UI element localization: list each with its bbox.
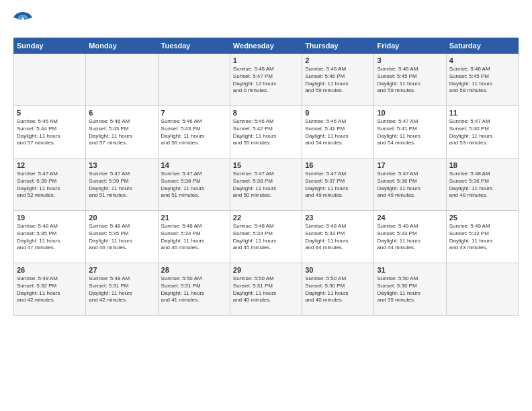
calendar-cell: 30Sunrise: 5:50 AM Sunset: 5:30 PM Dayli… xyxy=(302,263,374,316)
calendar-cell xyxy=(446,263,518,316)
day-number: 2 xyxy=(305,56,371,64)
calendar-cell xyxy=(158,54,230,106)
day-number: 21 xyxy=(161,214,227,222)
calendar-cell: 12Sunrise: 5:47 AM Sunset: 5:39 PM Dayli… xyxy=(14,158,86,211)
day-info: Sunrise: 5:46 AM Sunset: 5:47 PM Dayligh… xyxy=(233,66,299,95)
day-info: Sunrise: 5:48 AM Sunset: 5:36 PM Dayligh… xyxy=(449,171,515,199)
day-info: Sunrise: 5:46 AM Sunset: 5:43 PM Dayligh… xyxy=(161,118,227,147)
calendar-cell: 13Sunrise: 5:47 AM Sunset: 5:39 PM Dayli… xyxy=(86,158,158,211)
calendar-cell: 17Sunrise: 5:47 AM Sunset: 5:36 PM Dayli… xyxy=(374,158,446,211)
day-number: 15 xyxy=(233,161,299,169)
day-info: Sunrise: 5:46 AM Sunset: 5:46 PM Dayligh… xyxy=(305,66,371,95)
calendar-cell: 24Sunrise: 5:49 AM Sunset: 5:33 PM Dayli… xyxy=(374,211,446,263)
day-info: Sunrise: 5:48 AM Sunset: 5:33 PM Dayligh… xyxy=(305,223,371,252)
header-cell: Sunday xyxy=(14,38,86,54)
calendar-cell: 20Sunrise: 5:48 AM Sunset: 5:35 PM Dayli… xyxy=(86,211,158,263)
day-number: 27 xyxy=(89,266,154,274)
day-number: 11 xyxy=(449,109,515,117)
calendar-cell: 25Sunrise: 5:49 AM Sunset: 5:32 PM Dayli… xyxy=(446,211,518,263)
calendar-week-row: 12Sunrise: 5:47 AM Sunset: 5:39 PM Dayli… xyxy=(14,158,519,211)
calendar-cell: 11Sunrise: 5:47 AM Sunset: 5:40 PM Dayli… xyxy=(446,106,518,158)
calendar-cell: 6Sunrise: 5:46 AM Sunset: 5:43 PM Daylig… xyxy=(86,106,158,158)
day-number: 31 xyxy=(377,266,443,274)
day-info: Sunrise: 5:46 AM Sunset: 5:42 PM Dayligh… xyxy=(233,118,299,147)
day-info: Sunrise: 5:50 AM Sunset: 5:31 PM Dayligh… xyxy=(161,275,227,304)
day-number: 29 xyxy=(233,266,299,274)
day-info: Sunrise: 5:48 AM Sunset: 5:35 PM Dayligh… xyxy=(17,223,83,252)
day-number: 16 xyxy=(305,161,371,169)
day-number: 7 xyxy=(161,109,227,117)
day-number: 23 xyxy=(305,214,371,222)
day-info: Sunrise: 5:47 AM Sunset: 5:39 PM Dayligh… xyxy=(89,171,154,199)
day-number: 18 xyxy=(449,161,515,169)
day-number: 30 xyxy=(305,266,371,274)
day-info: Sunrise: 5:48 AM Sunset: 5:34 PM Dayligh… xyxy=(161,223,227,252)
calendar-cell: 22Sunrise: 5:48 AM Sunset: 5:34 PM Dayli… xyxy=(230,211,302,263)
day-info: Sunrise: 5:47 AM Sunset: 5:36 PM Dayligh… xyxy=(377,171,443,199)
day-number: 24 xyxy=(377,214,443,222)
day-number: 19 xyxy=(17,214,83,222)
day-number: 25 xyxy=(449,214,515,222)
day-info: Sunrise: 5:49 AM Sunset: 5:31 PM Dayligh… xyxy=(89,275,154,304)
calendar-cell: 3Sunrise: 5:46 AM Sunset: 5:45 PM Daylig… xyxy=(374,54,446,106)
calendar-cell: 10Sunrise: 5:47 AM Sunset: 5:41 PM Dayli… xyxy=(374,106,446,158)
calendar-cell: 28Sunrise: 5:50 AM Sunset: 5:31 PM Dayli… xyxy=(158,263,230,316)
calendar-body: 1Sunrise: 5:46 AM Sunset: 5:47 PM Daylig… xyxy=(14,54,519,316)
logo-icon xyxy=(13,12,32,31)
day-number: 3 xyxy=(377,56,443,64)
day-info: Sunrise: 5:47 AM Sunset: 5:38 PM Dayligh… xyxy=(233,171,299,199)
header xyxy=(13,12,519,31)
header-cell: Monday xyxy=(86,38,158,54)
day-number: 1 xyxy=(233,56,299,64)
day-info: Sunrise: 5:46 AM Sunset: 5:44 PM Dayligh… xyxy=(17,118,83,147)
calendar-week-row: 5Sunrise: 5:46 AM Sunset: 5:44 PM Daylig… xyxy=(14,106,519,158)
calendar-cell: 1Sunrise: 5:46 AM Sunset: 5:47 PM Daylig… xyxy=(230,54,302,106)
day-info: Sunrise: 5:46 AM Sunset: 5:45 PM Dayligh… xyxy=(449,66,515,95)
calendar-header: SundayMondayTuesdayWednesdayThursdayFrid… xyxy=(14,38,519,54)
day-number: 13 xyxy=(89,161,154,169)
day-info: Sunrise: 5:47 AM Sunset: 5:40 PM Dayligh… xyxy=(449,118,515,147)
calendar-cell: 15Sunrise: 5:47 AM Sunset: 5:38 PM Dayli… xyxy=(230,158,302,211)
calendar-cell: 19Sunrise: 5:48 AM Sunset: 5:35 PM Dayli… xyxy=(14,211,86,263)
header-row: SundayMondayTuesdayWednesdayThursdayFrid… xyxy=(14,38,519,54)
day-number: 22 xyxy=(233,214,299,222)
calendar-cell: 26Sunrise: 5:49 AM Sunset: 5:32 PM Dayli… xyxy=(14,263,86,316)
header-cell: Tuesday xyxy=(158,38,230,54)
header-cell: Saturday xyxy=(446,38,518,54)
day-info: Sunrise: 5:46 AM Sunset: 5:43 PM Dayligh… xyxy=(89,118,154,147)
day-info: Sunrise: 5:47 AM Sunset: 5:41 PM Dayligh… xyxy=(377,118,443,147)
calendar-table: SundayMondayTuesdayWednesdayThursdayFrid… xyxy=(13,38,519,316)
day-info: Sunrise: 5:46 AM Sunset: 5:41 PM Dayligh… xyxy=(305,118,371,147)
calendar-cell: 14Sunrise: 5:47 AM Sunset: 5:38 PM Dayli… xyxy=(158,158,230,211)
day-number: 26 xyxy=(17,266,83,274)
calendar-cell: 18Sunrise: 5:48 AM Sunset: 5:36 PM Dayli… xyxy=(446,158,518,211)
day-info: Sunrise: 5:50 AM Sunset: 5:30 PM Dayligh… xyxy=(305,275,371,304)
calendar-cell: 31Sunrise: 5:50 AM Sunset: 5:30 PM Dayli… xyxy=(374,263,446,316)
calendar-cell: 2Sunrise: 5:46 AM Sunset: 5:46 PM Daylig… xyxy=(302,54,374,106)
calendar-cell: 21Sunrise: 5:48 AM Sunset: 5:34 PM Dayli… xyxy=(158,211,230,263)
day-info: Sunrise: 5:50 AM Sunset: 5:30 PM Dayligh… xyxy=(377,275,443,304)
day-number: 10 xyxy=(377,109,443,117)
day-info: Sunrise: 5:47 AM Sunset: 5:38 PM Dayligh… xyxy=(161,171,227,199)
calendar-cell xyxy=(14,54,86,106)
day-number: 12 xyxy=(17,161,83,169)
calendar-cell: 9Sunrise: 5:46 AM Sunset: 5:41 PM Daylig… xyxy=(302,106,374,158)
calendar-cell: 23Sunrise: 5:48 AM Sunset: 5:33 PM Dayli… xyxy=(302,211,374,263)
day-number: 5 xyxy=(17,109,83,117)
day-number: 20 xyxy=(89,214,154,222)
day-info: Sunrise: 5:48 AM Sunset: 5:34 PM Dayligh… xyxy=(233,223,299,252)
day-number: 6 xyxy=(89,109,154,117)
day-number: 28 xyxy=(161,266,227,274)
calendar-week-row: 26Sunrise: 5:49 AM Sunset: 5:32 PM Dayli… xyxy=(14,263,519,316)
day-info: Sunrise: 5:49 AM Sunset: 5:33 PM Dayligh… xyxy=(377,223,443,252)
day-number: 4 xyxy=(449,56,515,64)
header-cell: Friday xyxy=(374,38,446,54)
calendar-week-row: 19Sunrise: 5:48 AM Sunset: 5:35 PM Dayli… xyxy=(14,211,519,263)
day-number: 9 xyxy=(305,109,371,117)
header-cell: Thursday xyxy=(302,38,374,54)
calendar-cell: 29Sunrise: 5:50 AM Sunset: 5:31 PM Dayli… xyxy=(230,263,302,316)
calendar-cell: 4Sunrise: 5:46 AM Sunset: 5:45 PM Daylig… xyxy=(446,54,518,106)
calendar-cell: 16Sunrise: 5:47 AM Sunset: 5:37 PM Dayli… xyxy=(302,158,374,211)
logo xyxy=(13,12,35,31)
calendar-cell: 27Sunrise: 5:49 AM Sunset: 5:31 PM Dayli… xyxy=(86,263,158,316)
